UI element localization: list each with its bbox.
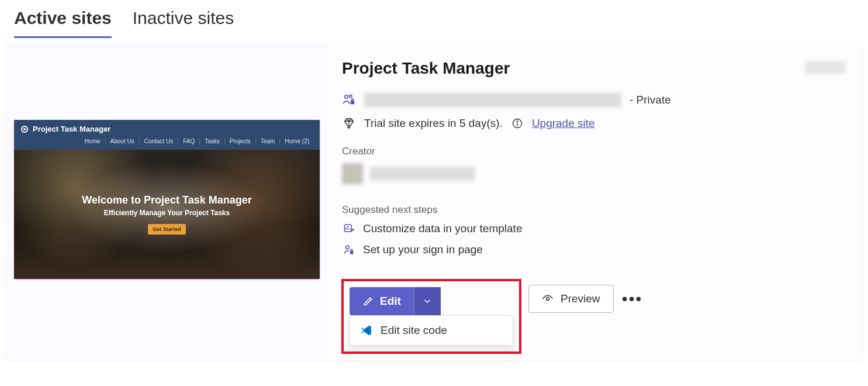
suggested-label: Suggested next steps [342,204,846,216]
svg-rect-7 [350,251,354,254]
preview-icon [542,293,554,305]
more-actions-button[interactable]: ••• [621,285,644,313]
thumb-nav-item: Contact Us [140,138,178,145]
svg-point-4 [517,121,518,122]
people-lock-icon [342,93,356,107]
tab-inactive-sites[interactable]: Inactive sites [133,8,234,38]
thumb-title: Project Task Manager [33,125,110,133]
actions-row: Edit Edit site code [341,279,644,354]
suggest-signin-page[interactable]: Set up your sign in page [342,243,846,257]
suggest-item-label: Customize data in your template [363,222,522,235]
thumbnail-column: Project Task Manager Home About Us Conta… [6,44,328,360]
site-thumbnail[interactable]: Project Task Manager Home About Us Conta… [14,120,320,279]
person-lock-icon [342,243,356,257]
thumb-logo-icon [21,126,28,133]
thumb-nav-item: FAQ [178,138,200,145]
edit-split-button: Edit [350,287,513,315]
visibility-url-redacted [364,93,621,107]
edit-highlight-box: Edit Edit site code [341,279,521,354]
edit-site-code-item[interactable]: Edit site code [350,316,513,345]
svg-rect-2 [351,101,354,104]
status-badge [805,61,846,74]
upgrade-site-link[interactable]: Upgrade site [532,117,595,130]
info-icon[interactable] [511,117,524,130]
thumb-nav-item: About Us [106,138,140,145]
tabs: Active sites Inactive sites [0,0,868,38]
trial-text: Trial site expires in 5 day(s). [364,117,503,130]
edit-site-code-label: Edit site code [381,324,447,337]
visibility-row: - Private [342,93,846,107]
tab-active-sites[interactable]: Active sites [14,8,112,38]
chevron-down-icon [422,296,433,306]
creator-avatar [342,163,363,184]
edit-dropdown-toggle[interactable] [414,287,441,315]
thumb-header: Project Task Manager [14,120,320,136]
site-card: Project Task Manager Home About Us Conta… [6,44,862,360]
visibility-label: - Private [630,94,671,106]
preview-button[interactable]: Preview [528,285,614,313]
svg-point-0 [345,95,348,99]
creator-row [342,163,846,184]
suggest-customize-data[interactable]: Customize data in your template [342,222,846,236]
svg-point-1 [350,95,352,97]
creator-name-redacted [370,167,475,181]
thumb-hero-subtitle: Efficiently Manage Your Project Tasks [82,209,251,217]
thumb-hero: Welcome to Project Task Manager Efficien… [14,150,320,279]
suggest-item-label: Set up your sign in page [363,243,483,256]
edit-dropdown-menu: Edit site code [350,315,513,346]
svg-point-6 [346,246,350,249]
diamond-icon [342,116,356,130]
creator-label: Creator [342,146,846,157]
thumb-nav-item: Team [256,138,280,145]
thumb-nav: Home About Us Contact Us FAQ Tasks Proje… [14,136,320,150]
edit-button[interactable]: Edit [350,287,414,315]
edit-button-label: Edit [380,295,401,308]
thumb-nav-item: Tasks [200,138,225,145]
svg-point-8 [547,298,549,301]
thumb-nav-item: Home (2) [280,138,314,145]
ellipsis-icon: ••• [622,290,642,308]
trial-row: Trial site expires in 5 day(s). Upgrade … [342,116,846,130]
site-title: Project Task Manager [342,59,846,78]
pencil-icon [362,295,374,307]
thumb-nav-item: Projects [225,138,256,145]
preview-button-label: Preview [561,292,600,305]
thumb-hero-cta: Get Started [148,224,186,235]
chart-edit-icon [342,222,356,236]
thumb-hero-text: Welcome to Project Task Manager Efficien… [82,194,251,217]
thumb-nav-item: Home [80,138,106,145]
thumb-hero-title: Welcome to Project Task Manager [82,194,251,206]
vscode-icon [359,324,372,337]
